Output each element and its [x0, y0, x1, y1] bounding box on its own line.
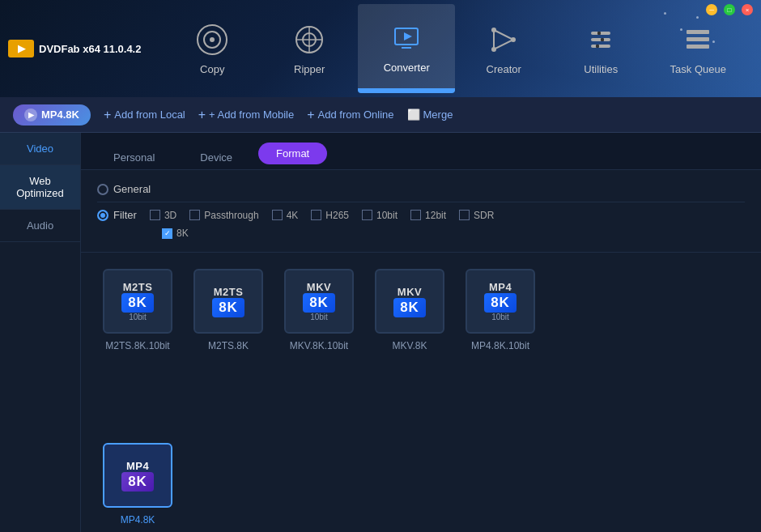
checkbox-sdr[interactable]: SDR: [459, 210, 494, 221]
svg-rect-16: [591, 45, 610, 48]
merge-link[interactable]: ⬜ Merge: [407, 109, 453, 121]
format-mp4-8k-10bit[interactable]: MP4 8K 10bit MP4.8K.10bit: [460, 269, 541, 430]
svg-rect-22: [687, 45, 709, 49]
content-divider: [81, 252, 761, 253]
nav-creator-label: Creator: [487, 63, 521, 75]
svg-rect-17: [597, 32, 601, 35]
nav-item-taskqueue[interactable]: Task Queue: [649, 4, 746, 93]
sidebar-webopt-label: Web Optimized: [16, 175, 64, 199]
checkbox-passthrough[interactable]: Passthrough: [189, 210, 258, 221]
passthrough-label: Passthrough: [204, 210, 258, 221]
sidebar: Video Web Optimized Audio: [0, 133, 81, 532]
mp4-8k-button[interactable]: ▶ MP4.8K: [13, 104, 91, 126]
mkv-8k-10bit-name: MKV.8K.10bit: [290, 340, 348, 351]
add-online-label: Add from Online: [318, 109, 394, 121]
mp4-10bit-badge: 8K: [484, 293, 517, 313]
format-mp4-8k-selected[interactable]: MP4 8K MP4.8K: [97, 443, 178, 526]
sidebar-item-video[interactable]: Video: [0, 133, 80, 165]
sidebar-video-label: Video: [27, 143, 53, 155]
12bit-label: 12bit: [425, 210, 446, 221]
format-mkv-8k-10bit[interactable]: MKV 8K 10bit MKV.8K.10bit: [278, 269, 359, 430]
nav-item-converter[interactable]: Converter: [358, 4, 455, 93]
mp4-label: MP4.8K: [41, 109, 79, 121]
plus-icon2: +: [198, 108, 206, 122]
format-m2ts-8k-10bit[interactable]: M2TS 8K 10bit M2TS.8K.10bit: [97, 269, 178, 430]
nav-item-creator[interactable]: Creator: [455, 4, 552, 93]
mp4-8k-10bit-box: MP4 8K 10bit: [466, 269, 535, 334]
checkbox-12bit[interactable]: 12bit: [410, 210, 446, 221]
add-mobile-link[interactable]: + + Add from Mobile: [198, 108, 294, 122]
10bit-checkbox[interactable]: [362, 210, 372, 220]
tab-format[interactable]: Format: [258, 143, 327, 164]
general-radio[interactable]: General: [97, 183, 151, 195]
ripper-icon: [292, 23, 326, 57]
minimize-button[interactable]: ─: [706, 4, 717, 15]
format-mkv-8k[interactable]: MKV 8K MKV.8K: [369, 269, 450, 430]
add-mobile-label: + Add from Mobile: [209, 109, 294, 121]
toolbar: ▶ MP4.8K + Add from Local + + Add from M…: [0, 97, 761, 133]
h265-checkbox[interactable]: [311, 210, 321, 220]
passthrough-checkbox[interactable]: [189, 210, 200, 220]
filter-area: General Filter 3D Passthrough: [81, 170, 761, 252]
4k-checkbox[interactable]: [272, 210, 283, 220]
sidebar-item-audio[interactable]: Audio: [0, 210, 80, 242]
checkbox-3d[interactable]: 3D: [150, 210, 176, 221]
m2ts-10bit-badge: 8K: [121, 293, 154, 313]
nav-item-ripper[interactable]: Ripper: [261, 4, 358, 93]
mp4-10bit-sub: 10bit: [491, 313, 509, 321]
general-radio-btn[interactable]: [97, 184, 108, 195]
nav-item-copy[interactable]: Copy: [164, 4, 261, 93]
content-area: Personal Device Format General: [81, 133, 761, 532]
app-title: DVDFab x64 11.0.4.2: [39, 43, 141, 55]
filter-radio[interactable]: Filter: [97, 209, 137, 221]
svg-rect-20: [687, 30, 709, 34]
3d-label: 3D: [164, 210, 176, 221]
maximize-button[interactable]: □: [724, 4, 735, 15]
plus-icon: +: [104, 108, 111, 122]
filter-radio-btn[interactable]: [97, 210, 108, 221]
mkv-10bit-type: MKV: [307, 281, 331, 293]
nav-item-utilities[interactable]: Utilities: [552, 4, 649, 93]
add-local-link[interactable]: + Add from Local: [104, 108, 185, 122]
8k-checkbox[interactable]: [162, 228, 172, 239]
h265-label: H265: [325, 210, 349, 221]
mp4-sel-badge: 8K: [121, 472, 154, 492]
close-button[interactable]: ×: [742, 4, 753, 15]
general-row: General: [97, 183, 745, 195]
svg-point-2: [210, 37, 215, 42]
mkv-10bit-badge: 8K: [303, 293, 335, 313]
filter-row: Filter 3D Passthrough 4K H265: [97, 209, 745, 221]
tab-format-label: Format: [276, 147, 309, 160]
svg-rect-18: [601, 38, 604, 41]
sdr-checkbox[interactable]: [459, 210, 470, 220]
checkbox-4k[interactable]: 4K: [272, 210, 299, 221]
app-logo: DVDFab x64 11.0.4.2: [8, 40, 141, 57]
3d-checkbox[interactable]: [150, 210, 160, 220]
m2ts-10bit-sub: 10bit: [129, 313, 147, 321]
nav-taskqueue-label: Task Queue: [670, 63, 726, 75]
12bit-checkbox[interactable]: [410, 210, 421, 220]
add-online-link[interactable]: + Add from Online: [307, 108, 393, 122]
4k-label: 4K: [287, 210, 299, 221]
nav-converter-label: Converter: [384, 62, 430, 74]
general-label: General: [113, 183, 151, 195]
tab-bar: Personal Device Format: [81, 133, 761, 170]
mkv-10bit-sub: 10bit: [310, 313, 328, 321]
checkbox-h265[interactable]: H265: [311, 210, 349, 221]
svg-rect-19: [596, 45, 599, 48]
tab-device[interactable]: Device: [181, 146, 252, 169]
add-local-label: Add from Local: [114, 109, 185, 121]
tab-device-label: Device: [200, 151, 232, 164]
checkbox-10bit[interactable]: 10bit: [362, 210, 398, 221]
mkv-8k-name: MKV.8K: [393, 340, 427, 351]
format-m2ts-8k[interactable]: M2TS 8K M2TS.8K: [188, 269, 269, 430]
nav-bar: Copy Ripper Conve: [157, 4, 753, 93]
mp4-8k-10bit-name: MP4.8K.10bit: [471, 340, 529, 351]
sidebar-item-web-optimized[interactable]: Web Optimized: [0, 165, 80, 210]
checkbox-8k[interactable]: 8K: [162, 228, 189, 239]
mkv-type: MKV: [398, 286, 422, 298]
m2ts-badge: 8K: [212, 298, 244, 317]
merge-label: Merge: [423, 109, 453, 121]
mkv-badge: 8K: [393, 298, 426, 317]
tab-personal[interactable]: Personal: [94, 146, 174, 169]
